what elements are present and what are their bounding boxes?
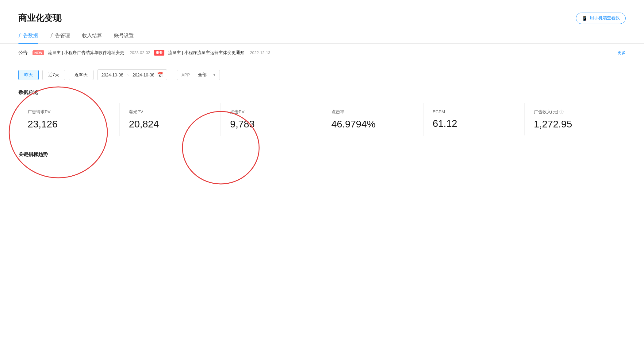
page-title: 商业化变现	[18, 12, 61, 24]
date-start: 2024-10-08	[101, 72, 123, 77]
date-btn-30days[interactable]: 近30天	[69, 70, 94, 80]
date-end: 2024-10-08	[132, 72, 155, 77]
header-area: 商业化变现 📱 用手机端查看数	[0, 0, 644, 24]
bottom-title: 关键指标趋势	[18, 151, 626, 158]
announcement-bar: 公告 NEW 流量主 | 小程序广告结算单收件地址变更 2023-02-02 重…	[0, 44, 644, 62]
stat-card-click-rate: 点击率 46.9794%	[322, 103, 424, 136]
more-link[interactable]: 更多	[618, 50, 626, 56]
stats-section: 数据总览 广告请求PV 23,126	[0, 86, 644, 145]
tab-ad-data[interactable]: 广告数据	[18, 33, 38, 43]
stat-card-ad-revenue: 广告收入(元) ⓘ 1,272.95	[525, 103, 626, 136]
stat-value-impression-pv: 20,824	[129, 119, 211, 130]
announce-text-0: 流量主 | 小程序广告结算单收件地址变更	[48, 50, 124, 56]
tab-revenue[interactable]: 收入结算	[82, 33, 102, 43]
stats-section-title: 数据总览	[18, 89, 626, 96]
stat-value-ad-revenue: 1,272.95	[534, 119, 616, 130]
stat-card-click-pv: 点击PV 9,783	[221, 103, 322, 136]
info-icon[interactable]: ⓘ	[559, 109, 564, 115]
date-btn-yesterday[interactable]: 昨天	[18, 70, 39, 80]
app-filter-value: 全部	[198, 72, 207, 78]
stat-value-ad-request-pv: 23,126	[28, 119, 110, 130]
badge-new-0: NEW	[33, 50, 44, 55]
filter-bar: 昨天 近7天 近30天 2024-10-08 ～ 2024-10-08 📅 AP…	[0, 62, 644, 86]
date-range-picker[interactable]: 2024-10-08 ～ 2024-10-08 📅	[97, 69, 167, 80]
date-btn-7days[interactable]: 近7天	[42, 70, 65, 80]
stat-value-click-pv: 9,783	[230, 119, 312, 130]
stat-card-impression-pv: 曝光PV 20,824	[120, 103, 221, 136]
stat-card-ad-request-pv: 广告请求PV 23,126	[18, 103, 120, 136]
stat-label-ad-revenue: 广告收入(元) ⓘ	[534, 109, 616, 115]
stat-label-ad-request-pv: 广告请求PV	[28, 109, 110, 115]
announce-date-0: 2023-02-02	[130, 50, 150, 55]
mobile-btn-label: 用手机端查看数	[590, 15, 620, 21]
date-separator: ～	[126, 72, 130, 78]
main-content: 商业化变现 📱 用手机端查看数 广告数据 广告管理 收入结算 账号设置 公告 N…	[0, 0, 644, 355]
stats-grid: 广告请求PV 23,126 曝光PV 20,824 点击PV	[18, 103, 626, 136]
tabs-bar: 广告数据 广告管理 收入结算 账号设置	[0, 24, 644, 44]
stat-value-ecpm: 61.12	[433, 118, 515, 129]
bottom-section: 关键指标趋势	[0, 145, 644, 164]
tab-account[interactable]: 账号设置	[114, 33, 134, 43]
announce-text-1: 流量主 | 小程序流量主运营主体变更通知	[168, 50, 244, 56]
stat-card-ecpm: ECPM 61.12	[424, 103, 525, 135]
stat-label-ecpm: ECPM	[433, 109, 515, 114]
announce-date-1: 2022-12-13	[250, 50, 270, 55]
stat-label-impression-pv: 曝光PV	[129, 109, 211, 115]
mobile-icon: 📱	[582, 15, 588, 21]
mobile-view-button[interactable]: 📱 用手机端查看数	[576, 13, 626, 24]
app-filter-dropdown[interactable]: APP 全部 ▾	[177, 70, 220, 80]
stat-label-click-pv: 点击PV	[230, 109, 312, 115]
chevron-down-icon: ▾	[213, 73, 215, 77]
calendar-icon: 📅	[157, 72, 163, 78]
stat-value-click-rate: 46.9794%	[332, 119, 414, 130]
page-container: 商业化变现 📱 用手机端查看数 广告数据 广告管理 收入结算 账号设置 公告 N…	[0, 0, 644, 355]
app-filter-label: APP	[182, 72, 190, 77]
badge-important-1: 重要	[154, 50, 164, 56]
tab-ad-manage[interactable]: 广告管理	[50, 33, 70, 43]
stat-label-click-rate: 点击率	[332, 109, 414, 115]
announcement-label: 公告	[18, 50, 28, 56]
